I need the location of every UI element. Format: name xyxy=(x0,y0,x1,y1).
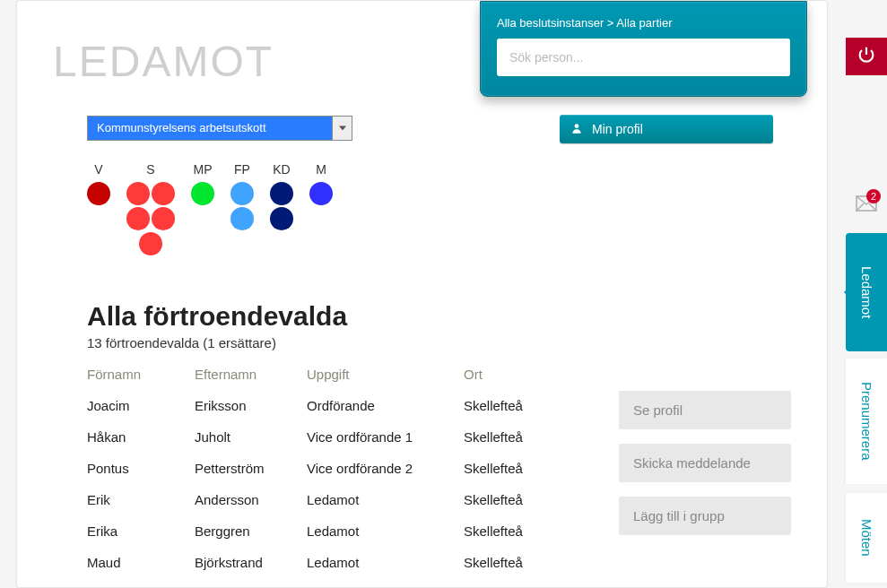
party-KD[interactable]: KD xyxy=(270,162,293,255)
notifications-button[interactable]: 2 xyxy=(846,186,887,224)
col-efternamn[interactable]: Efternamn xyxy=(195,367,307,382)
cell-fornamn[interactable]: Joacim xyxy=(87,398,195,413)
power-icon xyxy=(857,45,876,68)
cell-fornamn[interactable]: Håkan xyxy=(87,429,195,445)
cell-efternamn[interactable]: Berggren xyxy=(195,523,307,539)
power-button[interactable] xyxy=(846,38,887,75)
search-input[interactable] xyxy=(497,39,790,76)
main-card: LEDAMOT Alla beslutsinstanser > Alla par… xyxy=(16,0,828,588)
party-label: V xyxy=(94,162,102,178)
party-label: FP xyxy=(234,162,250,178)
member-dot[interactable] xyxy=(230,182,254,205)
svg-point-0 xyxy=(575,124,579,128)
tab-moten[interactable]: Möten xyxy=(846,493,887,583)
notification-count: 2 xyxy=(866,189,881,203)
col-ort[interactable]: Ort xyxy=(464,367,589,382)
envelope-icon: 2 xyxy=(856,195,877,216)
party-V[interactable]: V xyxy=(87,162,110,255)
cell-uppgift[interactable]: Ledamot xyxy=(307,555,464,570)
tab-ledamot[interactable]: Ledamot xyxy=(846,233,887,351)
member-dot[interactable] xyxy=(126,182,150,205)
cell-efternamn[interactable]: Juholt xyxy=(195,429,307,445)
tab-prenumerera[interactable]: Prenumerera xyxy=(846,359,887,484)
member-dot[interactable] xyxy=(270,182,293,205)
search-panel: Alla beslutsinstanser > Alla partier xyxy=(480,1,807,97)
cell-fornamn[interactable]: Erik xyxy=(87,492,195,507)
cell-ort[interactable]: Skellefteå xyxy=(464,461,589,476)
my-profile-button[interactable]: Min profil xyxy=(560,115,773,143)
member-dot[interactable] xyxy=(152,207,175,230)
col-fornamn[interactable]: Förnamn xyxy=(87,367,195,382)
action-buttons: Se profil Skicka meddelande Lägg till i … xyxy=(619,391,791,535)
section-subtitle: 13 förtroendevalda (1 ersättare) xyxy=(87,335,791,350)
cell-efternamn[interactable]: Andersson xyxy=(195,492,307,507)
cell-uppgift[interactable]: Ledamot xyxy=(307,492,464,507)
cell-ort[interactable]: Skellefteå xyxy=(464,523,589,539)
instance-dropdown[interactable]: Kommunstyrelsens arbetsutskott xyxy=(87,116,352,141)
right-rail: 2 Ledamot Prenumerera Möten xyxy=(846,0,887,588)
cell-ort[interactable]: Skellefteå xyxy=(464,429,589,445)
cell-fornamn[interactable]: Pontus xyxy=(87,461,195,476)
page-title: LEDAMOT xyxy=(53,37,274,86)
cell-efternamn[interactable]: Björkstrand xyxy=(195,555,307,570)
party-S[interactable]: S xyxy=(126,162,175,255)
member-dot[interactable] xyxy=(139,232,162,255)
party-M[interactable]: M xyxy=(309,162,333,255)
party-label: S xyxy=(146,162,154,178)
cell-fornamn[interactable]: Erika xyxy=(87,523,195,539)
section-title: Alla förtroendevalda xyxy=(87,301,791,332)
member-dot[interactable] xyxy=(191,182,214,205)
cell-ort[interactable]: Skellefteå xyxy=(464,492,589,507)
party-label: M xyxy=(316,162,326,178)
cell-efternamn[interactable]: Petterström xyxy=(195,461,307,476)
member-dot[interactable] xyxy=(152,182,175,205)
chevron-down-icon xyxy=(332,117,352,140)
cell-uppgift[interactable]: Ordförande xyxy=(307,398,464,413)
member-dot[interactable] xyxy=(126,207,150,230)
col-uppgift[interactable]: Uppgift xyxy=(307,367,464,382)
party-label: KD xyxy=(273,162,290,178)
cell-uppgift[interactable]: Ledamot xyxy=(307,523,464,539)
view-profile-button[interactable]: Se profil xyxy=(619,391,791,429)
party-label: MP xyxy=(194,162,213,178)
party-chart: VSMPFPKDM xyxy=(87,162,333,255)
party-FP[interactable]: FP xyxy=(230,162,254,255)
member-dot[interactable] xyxy=(309,182,333,205)
instance-dropdown-value: Kommunstyrelsens arbetsutskott xyxy=(88,117,332,140)
member-dot[interactable] xyxy=(87,182,110,205)
cell-fornamn[interactable]: Maud xyxy=(87,555,195,570)
member-dot[interactable] xyxy=(270,207,293,230)
breadcrumb[interactable]: Alla beslutsinstanser > Alla partier xyxy=(497,16,790,30)
cell-uppgift[interactable]: Vice ordförande 1 xyxy=(307,429,464,445)
cell-efternamn[interactable]: Eriksson xyxy=(195,398,307,413)
my-profile-label: Min profil xyxy=(592,122,643,136)
cell-uppgift[interactable]: Vice ordförande 2 xyxy=(307,461,464,476)
send-message-button[interactable]: Skicka meddelande xyxy=(619,444,791,482)
cell-ort[interactable]: Skellefteå xyxy=(464,555,589,570)
party-MP[interactable]: MP xyxy=(191,162,214,255)
add-to-group-button[interactable]: Lägg till i grupp xyxy=(619,497,791,535)
user-icon xyxy=(570,122,583,137)
cell-ort[interactable]: Skellefteå xyxy=(464,398,589,413)
member-dot[interactable] xyxy=(230,207,254,230)
